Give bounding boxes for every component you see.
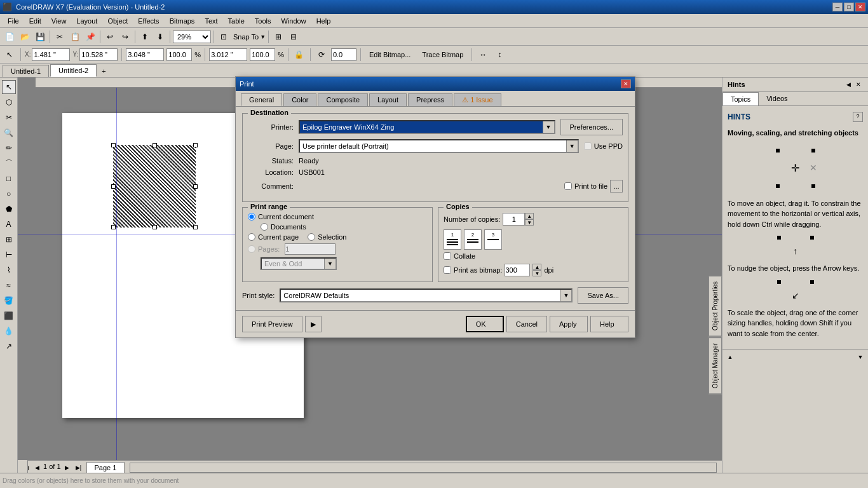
table-tool[interactable]: ⊞	[2, 233, 16, 247]
menu-view[interactable]: View	[46, 16, 72, 26]
interactive-tool[interactable]: ↗	[2, 339, 16, 353]
print-style-arrow[interactable]: ▼	[560, 290, 571, 301]
hints-close-btn[interactable]: ✕	[854, 80, 863, 89]
width-input[interactable]	[126, 48, 164, 61]
new-btn[interactable]: 📄	[3, 30, 17, 44]
menu-layout[interactable]: Layout	[71, 16, 102, 26]
menu-bitmaps[interactable]: Bitmaps	[165, 16, 200, 26]
help-btn[interactable]: Help	[590, 316, 628, 332]
undo-btn[interactable]: ↩	[103, 30, 117, 44]
open-btn[interactable]: 📂	[18, 30, 32, 44]
print-style-combo[interactable]: CorelDRAW Defaults ▼	[280, 288, 573, 302]
menu-text[interactable]: Text	[200, 16, 222, 26]
object-manager-tab[interactable]: Object Manager	[709, 337, 722, 394]
smart-draw-tool[interactable]: ⌒	[2, 156, 16, 170]
copies-down-btn[interactable]: ▼	[525, 219, 534, 226]
menu-edit[interactable]: Edit	[24, 16, 46, 26]
pages-radio[interactable]	[248, 245, 255, 253]
handle-tm[interactable]	[153, 143, 157, 147]
handle-bm[interactable]	[153, 225, 157, 229]
even-odd-combo[interactable]: Even & Odd ▼	[261, 257, 337, 270]
select-tool-prop[interactable]: ↖	[3, 48, 17, 62]
h-scrollbar[interactable]	[130, 463, 717, 473]
printer-combo-arrow[interactable]: ▼	[543, 121, 554, 133]
dpi-up-btn[interactable]: ▲	[532, 264, 541, 270]
copy-btn[interactable]: 📋	[68, 30, 82, 44]
zoom-select[interactable]: 29%	[173, 30, 211, 43]
arrow-btn[interactable]: ▶	[305, 316, 322, 332]
flip-v-btn[interactable]: ↕	[492, 48, 506, 62]
tab-untitled1[interactable]: Untitled-1	[3, 65, 49, 77]
eyedropper-tool[interactable]: 💧	[2, 324, 16, 338]
dimension-tool[interactable]: ⊢	[2, 248, 16, 262]
width-pct-input[interactable]	[166, 48, 192, 61]
hints-expand-btn[interactable]: ◀	[844, 80, 853, 89]
grid-btn[interactable]: ⊞	[271, 30, 285, 44]
tab-color[interactable]: Color	[283, 93, 316, 106]
documents-radio[interactable]	[261, 223, 268, 231]
zoom-tool[interactable]: 🔍	[2, 126, 16, 140]
snap-to-arrow[interactable]: ▼	[260, 34, 266, 40]
tab-composite[interactable]: Composite	[318, 93, 368, 106]
height-pct-input[interactable]	[250, 48, 275, 61]
menu-object[interactable]: Object	[102, 16, 133, 26]
save-as-btn[interactable]: Save As...	[578, 287, 628, 304]
close-button[interactable]: ✕	[855, 3, 865, 11]
page1-tab[interactable]: Page 1	[86, 462, 125, 473]
use-ppd-checkbox[interactable]	[584, 142, 592, 150]
handle-bl[interactable]	[111, 225, 116, 229]
tab-untitled2[interactable]: Untitled-2	[50, 64, 97, 77]
handle-tl[interactable]	[111, 143, 116, 147]
tab-layout[interactable]: Layout	[369, 93, 407, 106]
paste-btn[interactable]: 📌	[83, 30, 97, 44]
rect-tool[interactable]: □	[2, 172, 16, 186]
snap-to-btn[interactable]: ⊡	[217, 30, 231, 44]
smart-fill-tool[interactable]: ⬛	[2, 309, 16, 323]
blend-tool[interactable]: ≈	[2, 278, 16, 292]
print-to-file-btn[interactable]: ...	[610, 180, 623, 193]
current-page-radio[interactable]	[248, 233, 255, 241]
hints-tab-topics[interactable]: Topics	[722, 92, 759, 105]
hints-scroll-up-btn[interactable]: ▲	[725, 352, 735, 362]
ok-btn[interactable]: OK	[466, 316, 504, 332]
print-to-file-checkbox[interactable]	[564, 182, 572, 190]
collate-checkbox[interactable]	[444, 252, 451, 260]
polygon-tool[interactable]: ⬟	[2, 202, 16, 216]
text-tool[interactable]: A	[2, 217, 16, 231]
next-page-btn[interactable]: ▶	[62, 463, 72, 473]
minimize-button[interactable]: ─	[832, 3, 843, 11]
hints-scroll-down-btn[interactable]: ▼	[855, 352, 865, 362]
handle-ml[interactable]	[111, 184, 116, 189]
save-btn[interactable]: 💾	[33, 30, 47, 44]
printer-combo[interactable]: Epilog Engraver WinX64 Zing ▼	[299, 120, 555, 134]
lock-ratio-btn[interactable]: 🔒	[292, 48, 306, 62]
angle-input[interactable]	[331, 48, 356, 61]
object-properties-tab[interactable]: Object Properties	[709, 276, 722, 336]
menu-window[interactable]: Window	[276, 16, 311, 26]
edit-bitmap-btn[interactable]: Edit Bitmap...	[365, 48, 415, 62]
cancel-btn[interactable]: Cancel	[506, 316, 547, 332]
export-btn[interactable]: ⬇	[153, 30, 167, 44]
ellipse-tool[interactable]: ○	[2, 187, 16, 201]
selection-radio[interactable]	[308, 233, 315, 241]
angle-btn[interactable]: ⟳	[315, 48, 329, 62]
x-input[interactable]	[32, 48, 70, 61]
menu-tools[interactable]: Tools	[250, 16, 276, 26]
copies-up-btn[interactable]: ▲	[525, 213, 534, 219]
apply-btn[interactable]: Apply	[550, 316, 588, 332]
print-bitmap-checkbox[interactable]	[444, 266, 451, 274]
shape-tool[interactable]: ⬡	[2, 95, 16, 109]
menu-file[interactable]: File	[3, 16, 24, 26]
handle-mr[interactable]	[193, 184, 198, 189]
redo-btn[interactable]: ↪	[118, 30, 132, 44]
prev-page-btn[interactable]: ◀	[32, 463, 42, 473]
dpi-down-btn[interactable]: ▼	[532, 270, 541, 276]
tab-general[interactable]: General	[241, 93, 282, 106]
num-copies-input[interactable]	[503, 213, 525, 226]
import-btn[interactable]: ⬆	[138, 30, 152, 44]
flip-h-btn[interactable]: ↔	[476, 48, 490, 62]
pages-input[interactable]	[285, 243, 336, 255]
menu-effects[interactable]: Effects	[133, 16, 164, 26]
dialog-close-btn[interactable]: ✕	[621, 79, 631, 88]
preferences-btn[interactable]: Preferences...	[560, 119, 623, 135]
